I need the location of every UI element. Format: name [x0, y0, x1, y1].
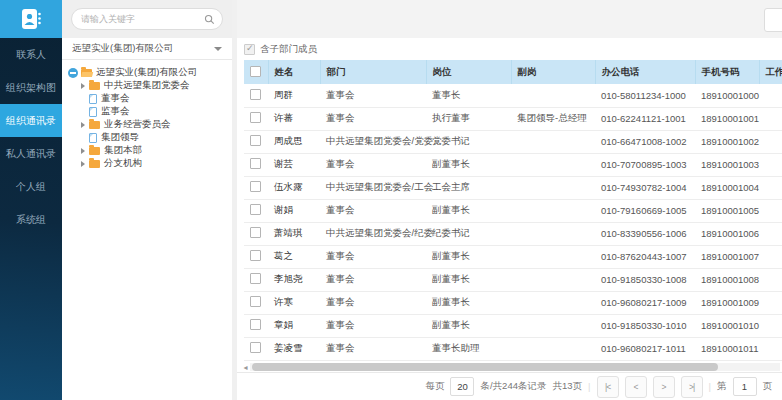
company-select[interactable]: 远望实业(集团)有限公司 [62, 38, 232, 60]
table-row[interactable]: 许蕃董事会执行董事集团领导-总经理010-62241121-1001189100… [244, 107, 782, 130]
sidebar-item[interactable]: 系统组 [0, 203, 62, 236]
table-row[interactable]: 许寒董事会副董事长010-96080217-100918910001009 [244, 291, 782, 314]
row-checkbox[interactable] [250, 112, 261, 123]
tree-node[interactable]: 远望实业(集团)有限公司 [68, 66, 230, 79]
next-page-button[interactable]: > [653, 376, 675, 398]
table-cell [511, 268, 595, 291]
table-cell: 18910001007 [695, 245, 759, 268]
row-checkbox[interactable] [250, 342, 261, 353]
table-cell: 董事会 [320, 107, 426, 130]
sidebar-item[interactable]: 个人组 [0, 170, 62, 203]
table-cell [759, 130, 782, 153]
table-cell: 董事会 [320, 337, 426, 360]
tree-node-label: 远望实业(集团)有限公司 [96, 66, 197, 79]
table-row[interactable]: 葛之董事会副董事长010-87620443-100718910001007 [244, 245, 782, 268]
table-cell: 18910001011 [695, 337, 759, 360]
sidebar-item[interactable]: 组织通讯录 [0, 104, 62, 137]
table-cell [759, 268, 782, 291]
tree-node-label: 分支机构 [104, 157, 142, 170]
table-row[interactable]: 伍水露中共远望集团党委会/工会...工会主席010-74930782-10041… [244, 176, 782, 199]
table-cell: 许蕃 [268, 107, 320, 130]
expand-arrow-icon[interactable] [81, 148, 85, 154]
table-row[interactable]: 李旭尧董事会副董事长010-91850330-100818910001008 [244, 268, 782, 291]
per-page-input[interactable] [450, 377, 474, 396]
select-all-checkbox[interactable] [250, 66, 261, 77]
table-cell: 010-83390556-1006 [595, 222, 695, 245]
open-folder-icon [81, 69, 92, 77]
table-row[interactable]: 章娟董事会副董事长010-91850330-101018910001010 [244, 314, 782, 337]
prev-page-button[interactable]: < [625, 376, 647, 398]
table-cell [511, 222, 595, 245]
expand-arrow-slot [81, 161, 89, 167]
row-checkbox[interactable] [250, 181, 261, 192]
company-select-label: 远望实业(集团)有限公司 [72, 42, 173, 55]
row-checkbox[interactable] [250, 250, 261, 261]
tree-node[interactable]: 集团领导 [68, 131, 230, 144]
table-cell: 许寒 [268, 291, 320, 314]
row-checkbox[interactable] [250, 319, 261, 330]
table-cell: 010-96080217-1011 [595, 337, 695, 360]
expand-arrow-icon[interactable] [81, 122, 85, 128]
row-checkbox[interactable] [250, 89, 261, 100]
expand-arrow-icon[interactable] [81, 161, 85, 167]
row-checkbox[interactable] [250, 227, 261, 238]
row-checkbox[interactable] [250, 135, 261, 146]
row-checkbox[interactable] [250, 204, 261, 215]
footer-divider: | [709, 381, 711, 392]
horizontal-scrollbar: ◂ [241, 363, 782, 372]
scrollbar-thumb[interactable] [252, 363, 718, 371]
table-cell: 18910001002 [695, 130, 759, 153]
sidebar-item[interactable]: 私人通讯录 [0, 137, 62, 170]
search-input[interactable] [79, 13, 204, 25]
footer-divider: | [588, 381, 590, 392]
table-cell: 18910001006 [695, 222, 759, 245]
tree-node[interactable]: 中共远望集团党委会 [68, 79, 230, 92]
chevron-down-icon [214, 47, 222, 51]
members-table-wrap: 姓名部门岗位副岗办公电话手机号码工作地 周群董事会董事长010-58011234… [244, 60, 782, 361]
sidebar-item[interactable]: 联系人 [0, 38, 62, 71]
table-cell [511, 130, 595, 153]
table-row[interactable]: 萧靖琪中共远望集团党委会/纪委纪委书记010-83390556-10061891… [244, 222, 782, 245]
tree-node[interactable]: 董事会 [68, 92, 230, 105]
tree-node-label: 集团领导 [101, 131, 139, 144]
toolbar-partial-button[interactable] [764, 8, 782, 32]
tree-node[interactable]: 业务经营委员会 [68, 118, 230, 131]
expand-arrow-icon[interactable] [81, 83, 85, 89]
first-page-button[interactable]: |< [597, 376, 619, 398]
table-body: 周群董事会董事长010-58011234-100018910001000许蕃董事… [244, 84, 782, 360]
scrollbar-track[interactable] [250, 363, 780, 371]
tree-node[interactable]: 集团本部 [68, 144, 230, 157]
table-cell [759, 337, 782, 360]
table-row[interactable]: 姜凌雪董事会董事长助理010-96080217-101118910001011 [244, 337, 782, 360]
collapse-icon[interactable] [68, 68, 78, 78]
table-row[interactable]: 谢芸董事会副董事长010-70700895-100318910001003 [244, 153, 782, 176]
sidebar-item[interactable]: 组织架构图 [0, 71, 62, 104]
main-content: 含子部门成员 姓名部门岗位副岗办公电话手机号码工作地 周群董事会董事长010-5… [237, 0, 782, 400]
table-cell: 18910001003 [695, 153, 759, 176]
page-number-input[interactable] [733, 377, 757, 396]
table-cell: 18910001009 [695, 291, 759, 314]
row-checkbox[interactable] [250, 158, 261, 169]
table-cell [511, 337, 595, 360]
search-box[interactable] [71, 8, 223, 30]
tree-node[interactable]: 监事会 [68, 105, 230, 118]
tree-node-label: 业务经营委员会 [104, 118, 171, 131]
table-row[interactable]: 周成思中共远望集团党委会/党委...党委书记010-66471008-10021… [244, 130, 782, 153]
table-cell: 董事长 [426, 84, 511, 107]
table-cell: 工会主席 [426, 176, 511, 199]
table-cell: 18910001010 [695, 314, 759, 337]
include-sub-dept-checkbox[interactable] [244, 44, 255, 55]
last-page-button[interactable]: >| [681, 376, 703, 398]
row-checkbox[interactable] [250, 296, 261, 307]
row-checkbox[interactable] [250, 273, 261, 284]
table-row[interactable]: 周群董事会董事长010-58011234-100018910001000 [244, 84, 782, 107]
tree-node-label: 监事会 [101, 105, 130, 118]
search-icon[interactable] [204, 14, 215, 25]
folder-icon [89, 160, 100, 168]
app-logo[interactable] [0, 0, 62, 38]
table-row[interactable]: 谢娟董事会副董事长010-79160669-100518910001005 [244, 199, 782, 222]
contacts-book-icon [18, 6, 44, 32]
file-icon [89, 107, 97, 117]
tree-node[interactable]: 分支机构 [68, 157, 230, 170]
scroll-left-icon[interactable]: ◂ [241, 363, 250, 372]
